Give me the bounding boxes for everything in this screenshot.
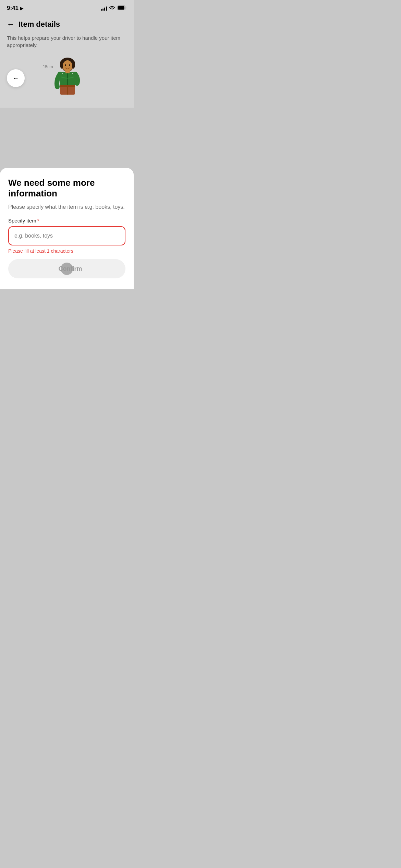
page-title: Item details: [19, 20, 60, 29]
back-nav: ← Item details: [7, 20, 127, 29]
svg-rect-1: [118, 6, 124, 10]
error-message: Please fill at least 1 characters: [8, 248, 125, 254]
signal-icon: [101, 6, 107, 11]
location-icon: ▶: [20, 6, 23, 11]
status-time: 9:41 ▶: [7, 5, 23, 12]
battery-icon: [117, 5, 127, 11]
status-bar: 9:41 ▶: [0, 0, 134, 14]
sheet-title: We need some more information: [8, 178, 125, 199]
time-display: 9:41: [7, 5, 19, 12]
person-illustration: [50, 58, 84, 102]
svg-point-8: [69, 64, 70, 66]
status-icons: [101, 5, 127, 11]
back-arrow-icon: ←: [7, 20, 14, 29]
back-circle-button[interactable]: ←: [7, 69, 25, 87]
confirm-label: Confirm: [52, 265, 82, 273]
svg-rect-12: [65, 71, 70, 73]
required-marker: *: [37, 218, 39, 224]
dimension-label: 15cm: [43, 64, 53, 69]
bottom-sheet: We need some more information Please spe…: [0, 168, 134, 289]
page-subtitle: This helps prepare your driver to handle…: [7, 34, 127, 49]
back-circle-arrow-icon: ←: [13, 75, 19, 82]
illustration-area: ← 15cm: [7, 54, 127, 102]
field-label: Specify item*: [8, 218, 125, 224]
sheet-description: Please specify what the item is e.g. boo…: [8, 203, 125, 211]
svg-point-6: [63, 60, 72, 71]
background-page: ← Item details This helps prepare your d…: [0, 14, 134, 108]
svg-point-7: [65, 64, 66, 66]
confirm-button[interactable]: Confirm: [8, 259, 125, 278]
specify-item-input[interactable]: [8, 226, 125, 245]
wifi-icon: [109, 5, 115, 11]
